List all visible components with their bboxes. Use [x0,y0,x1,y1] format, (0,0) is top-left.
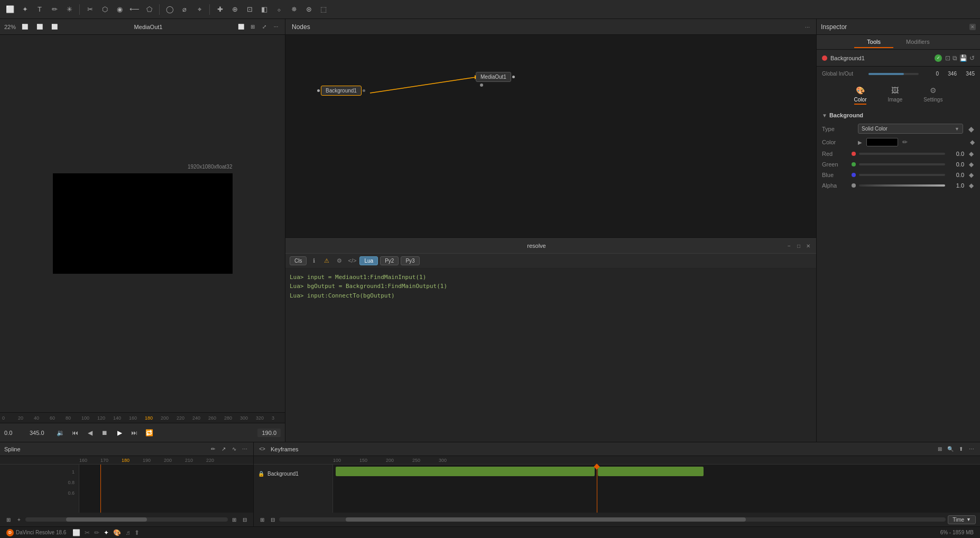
kf-more-icon[interactable]: ⋯ [967,443,976,455]
node-save-btn[interactable]: 💾 [959,54,967,62]
toolbar-split-icon[interactable]: ◧ [258,4,270,15]
toolbar-oval-icon[interactable]: ◯ [164,4,175,15]
prev-frame-btn[interactable]: ◀ [85,428,95,438]
toolbar-diameter-icon[interactable]: ⌀ [179,4,190,15]
color-swatch[interactable] [866,138,898,146]
spline-content[interactable]: 160 170 180 190 200 210 220 1 0.8 0.6 [0,456,253,513]
spline-col-icon[interactable]: ⊞ [230,514,238,525]
kf-footer-icon1[interactable]: ⊞ [258,514,266,525]
console-lua-btn[interactable]: Lua [359,256,378,265]
background1-node-box[interactable]: Background1 [321,86,362,96]
toolbar-plus-icon[interactable]: ✚ [214,4,226,15]
insp-tab-settings[interactable]: ⚙ Settings [917,83,949,107]
green-slider[interactable] [859,163,945,165]
spline-zoom-fit-icon[interactable]: ⊞ [4,514,13,525]
timecode-end[interactable]: 345.0 [30,430,51,436]
console-warn-icon[interactable]: ⚠ [321,255,332,266]
toolbar-icon-2[interactable]: ✦ [19,4,31,15]
volume-btn[interactable]: 🔉 [55,428,66,438]
toolbar-hex-icon[interactable]: ⬡ [99,4,110,15]
kf-tracks[interactable] [333,465,980,513]
console-maximize-btn[interactable]: □ [795,242,802,249]
kf-time-select[interactable]: Time ▼ [948,515,976,524]
spline-scrollbar[interactable] [25,517,228,522]
toolbar-sparkle-icon[interactable]: ✵ [288,4,300,15]
spline-smooth-icon[interactable]: ∿ [230,443,238,455]
status-media-icon[interactable]: ⬜ [72,529,80,536]
skip-end-btn[interactable]: ⏭ [129,428,140,438]
toolbar-poly-icon[interactable]: ⬠ [143,4,155,15]
console-code-icon[interactable]: </> [347,255,357,266]
console-cls-btn[interactable]: Cls [290,256,307,265]
kf-sort-icon[interactable]: ⬆ [957,443,965,455]
alpha-value[interactable]: 1.0 [948,182,964,189]
toolbar-scissors-icon[interactable]: ✂ [84,4,96,15]
stop-btn[interactable]: ⏹ [99,428,110,438]
toolbar-arrow-icon[interactable]: ⟵ [128,4,140,15]
toolbar-text-icon[interactable]: T [34,4,45,15]
viewer-zoom[interactable]: 22% [4,24,16,30]
viewer-overlay-icon[interactable]: ⬜ [49,21,60,33]
status-fusion-icon[interactable]: ✦ [104,529,109,536]
toolbar-target-icon[interactable]: ⊛ [303,4,315,15]
kf-lock-icon[interactable]: 🔒 [258,471,264,477]
skip-start-btn[interactable]: ⏮ [70,428,80,438]
tab-tools[interactable]: Tools [854,36,893,48]
green-add-btn[interactable]: ◆ [967,161,975,168]
type-add-btn[interactable]: ◆ [967,125,975,133]
toolbar-star-icon[interactable]: ✳ [63,4,75,15]
tab-modifiers[interactable]: Modifiers [893,36,942,48]
viewer-more-icon[interactable]: ··· [271,22,281,32]
spline-pencil-icon[interactable]: ✏ [209,443,217,455]
red-slider[interactable] [859,153,945,155]
color-picker-btn[interactable]: ✏ [902,138,908,146]
type-select[interactable]: Solid Color ▼ [858,124,963,134]
viewer-fullscreen-icon[interactable]: ⤢ [260,22,269,32]
console-minimize-btn[interactable]: − [785,242,793,249]
insp-tab-color[interactable]: 🎨 Color [848,83,873,107]
node-copy-btn[interactable]: ⧉ [953,54,957,62]
kf-zoom-icon[interactable]: 🔍 [946,443,955,455]
nodes-canvas[interactable]: Background1 MediaOut1 [285,35,816,238]
background1-node[interactable]: Background1 [317,86,365,96]
kf-scrollbar[interactable] [279,517,946,522]
alpha-add-btn[interactable]: ◆ [967,182,975,189]
status-color-icon[interactable]: 🎨 [113,529,121,536]
blue-slider[interactable] [859,174,945,176]
color-expand-icon[interactable]: ▶ [858,140,862,145]
mediaout1-node-box[interactable]: MediaOut1 [476,72,511,82]
toolbar-diamond-icon[interactable]: ⬦ [273,4,285,15]
green-value[interactable]: 0.0 [948,161,964,168]
kf-zoom-fit-icon[interactable]: ⊞ [936,443,944,455]
toolbar-frame-icon[interactable]: ⬚ [318,4,329,15]
spline-zoom-in-icon[interactable]: + [15,514,23,525]
console-py2-btn[interactable]: Py2 [380,256,399,265]
node-reset-btn[interactable]: ↺ [969,54,975,62]
console-close-btn[interactable]: ✕ [805,242,812,249]
viewer-mode-icon[interactable]: ⬜ [34,21,45,33]
global-mid-val[interactable]: 346 [941,71,957,77]
kf-code-icon[interactable]: <> [258,443,266,455]
frame-display[interactable]: 190.0 [257,429,281,437]
play-btn[interactable]: ▶ [114,428,125,438]
timecode-start[interactable]: 0.0 [4,430,25,436]
global-start-val[interactable]: 0 [923,71,939,77]
color-add-btn[interactable]: ◆ [970,138,975,146]
global-end-val[interactable]: 345 [959,71,975,77]
console-settings-icon[interactable]: ⚙ [334,255,345,266]
inspector-close-btn[interactable]: ✕ [969,24,976,30]
console-info-icon[interactable]: ℹ [309,255,319,266]
status-edit-icon[interactable]: ✏ [94,529,99,536]
red-add-btn[interactable]: ◆ [967,150,975,157]
mediaout1-node[interactable]: MediaOut1 [476,72,515,82]
node-link-btn[interactable]: ⊡ [945,54,950,62]
spline-more-icon[interactable]: ⋯ [241,443,249,455]
kf-footer-icon2[interactable]: ⊟ [269,514,277,525]
blue-add-btn[interactable]: ◆ [967,171,975,179]
global-in-out-slider[interactable] [868,73,919,75]
loop-btn[interactable]: 🔁 [144,428,154,438]
toolbar-circle-icon[interactable]: ◉ [114,4,125,15]
spline-table-icon[interactable]: ⊟ [241,514,249,525]
toolbar-grid-icon[interactable]: ⊡ [244,4,255,15]
status-audio-icon[interactable]: ♬ [125,529,130,536]
